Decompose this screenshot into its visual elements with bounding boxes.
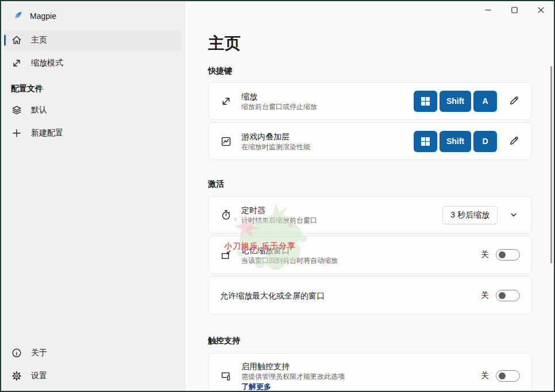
- page-title: 主页: [208, 32, 532, 55]
- shift-keycap: Shift: [440, 91, 471, 112]
- letter-keycap: A: [473, 91, 497, 112]
- allow-maximized-toggle[interactable]: [496, 290, 520, 301]
- touch-support-toggle[interactable]: [496, 370, 520, 382]
- sidebar-item-scaling-modes[interactable]: 缩放模式: [4, 53, 182, 73]
- toggle-state-label: 关: [481, 371, 489, 381]
- sidebar-item-label: 设置: [31, 371, 47, 381]
- setting-subtitle: 需提供管理员权限才能更改此选项: [241, 372, 481, 382]
- chevron-down-icon: [508, 214, 519, 222]
- sidebar-section-profiles: 配置文件: [11, 84, 184, 94]
- setting-card-allow-maximized: 允许缩放最大化或全屏的窗口 关: [208, 276, 532, 315]
- setting-subtitle: 在缩放时监测渲染性能: [241, 142, 414, 152]
- home-icon: [11, 34, 22, 46]
- stopwatch-icon: [220, 209, 232, 221]
- setting-title: 启用触控支持: [241, 360, 481, 372]
- setting-card-touch-support: 启用触控支持 需提供管理员权限才能更改此选项 了解更多 关: [208, 353, 532, 392]
- setting-card-scale-shortcut: 缩放 缩放前台窗口或停止缩放 Shift A: [208, 82, 532, 120]
- shortcut-keys: Shift D: [414, 131, 497, 152]
- resize-diagonal-icon: [11, 57, 22, 69]
- setting-text: 记忆缩放窗口 当该窗口回到前台时将自动缩放: [241, 244, 481, 266]
- vertical-scrollbar[interactable]: [550, 66, 552, 263]
- minimize-icon: [485, 6, 491, 15]
- setting-card-remember-window: 记忆缩放窗口 当该窗口回到前台时将自动缩放 关: [208, 236, 532, 274]
- setting-text: 定时器 计时结束后缩放前台窗口: [241, 204, 442, 226]
- setting-subtitle: 计时结束后缩放前台窗口: [241, 216, 442, 226]
- sidebar-item-label: 缩放模式: [31, 58, 63, 68]
- setting-card-timer: 定时器 计时结束后缩放前台窗口 3 秒后缩放: [208, 196, 532, 234]
- minimize-button[interactable]: [475, 1, 501, 20]
- maximize-icon: [511, 6, 518, 15]
- setting-text: 启用触控支持 需提供管理员权限才能更改此选项 了解更多: [241, 360, 481, 391]
- timer-expand-button[interactable]: [507, 209, 520, 222]
- toggle-knob: [499, 292, 506, 299]
- app-title: Magpie: [30, 11, 56, 21]
- setting-subtitle: 当该窗口回到前台时将自动缩放: [241, 256, 481, 266]
- sidebar-item-settings[interactable]: 设置: [4, 366, 182, 386]
- gear-icon: [11, 370, 22, 382]
- sidebar-item-label: 主页: [31, 35, 47, 45]
- edit-shortcut-button[interactable]: [507, 135, 520, 148]
- info-icon: [11, 347, 22, 359]
- sidebar-item-default-profile[interactable]: 默认: [4, 100, 182, 121]
- remember-window-toggle[interactable]: [496, 249, 520, 261]
- windows-logo-icon: [414, 91, 437, 112]
- windows-logo-icon: [414, 131, 437, 152]
- resize-diagonal-icon: [220, 95, 232, 107]
- section-header-activation: 激活: [208, 178, 532, 189]
- sidebar-item-label: 关于: [31, 348, 47, 358]
- overlay-chart-icon: [220, 135, 232, 148]
- maximize-button[interactable]: [501, 1, 527, 20]
- sidebar-spacer: [1, 146, 184, 343]
- close-button[interactable]: [527, 1, 554, 20]
- letter-keycap: D: [473, 131, 497, 152]
- setting-text: 缩放 缩放前台窗口或停止缩放: [241, 91, 414, 112]
- section-header-touch: 触控支持: [208, 335, 532, 346]
- window-arrow-icon: [220, 249, 232, 261]
- toggle-knob: [499, 251, 506, 258]
- magpie-window: Magpie 主页 缩放模式 配置文件: [0, 0, 555, 392]
- sidebar-item-home[interactable]: 主页: [4, 30, 182, 51]
- shortcut-keys: Shift A: [414, 91, 497, 112]
- sidebar-item-about[interactable]: 关于: [4, 343, 182, 363]
- setting-title: 缩放: [241, 91, 414, 102]
- setting-card-overlay-shortcut: 游戏内叠加层 在缩放时监测渲染性能 Shift D: [208, 122, 532, 160]
- toggle-group: 关: [481, 370, 520, 382]
- toggle-state-label: 关: [481, 290, 489, 301]
- layers-icon: [11, 104, 22, 116]
- toggle-state-label: 关: [481, 250, 489, 260]
- touch-window-icon: [220, 370, 232, 382]
- setting-title: 游戏内叠加层: [241, 131, 414, 142]
- setting-text: 允许缩放最大化或全屏的窗口: [220, 290, 481, 301]
- shift-keycap: Shift: [440, 131, 471, 152]
- sidebar-item-label: 新建配置: [31, 128, 63, 138]
- app-header: Magpie: [1, 1, 184, 30]
- setting-title: 定时器: [241, 204, 442, 216]
- setting-text: 游戏内叠加层 在缩放时监测渲染性能: [241, 131, 414, 152]
- edit-shortcut-button[interactable]: [507, 95, 520, 107]
- setting-title: 允许缩放最大化或全屏的窗口: [220, 290, 481, 301]
- learn-more-link[interactable]: 了解更多: [241, 382, 271, 391]
- close-icon: [538, 6, 544, 15]
- feather-logo-icon: [13, 10, 23, 22]
- window-controls: [475, 1, 554, 20]
- toggle-group: 关: [481, 290, 520, 301]
- plus-icon: [11, 127, 22, 139]
- toggle-group: 关: [481, 249, 520, 261]
- sidebar-item-new-profile[interactable]: 新建配置: [4, 123, 182, 143]
- section-header-shortcuts: 快捷键: [208, 65, 532, 76]
- sidebar-item-label: 默认: [31, 105, 47, 115]
- pencil-icon: [508, 100, 520, 108]
- setting-subtitle: 缩放前台窗口或停止缩放: [241, 102, 414, 112]
- setting-title: 记忆缩放窗口: [241, 244, 481, 256]
- toggle-knob: [499, 372, 506, 379]
- sidebar: Magpie 主页 缩放模式 配置文件: [1, 1, 185, 391]
- timer-delay-dropdown[interactable]: 3 秒后缩放: [442, 206, 498, 224]
- main-content: 主页 快捷键 缩放 缩放前台窗口或停止缩放 Shift: [185, 1, 554, 391]
- pencil-icon: [508, 140, 520, 149]
